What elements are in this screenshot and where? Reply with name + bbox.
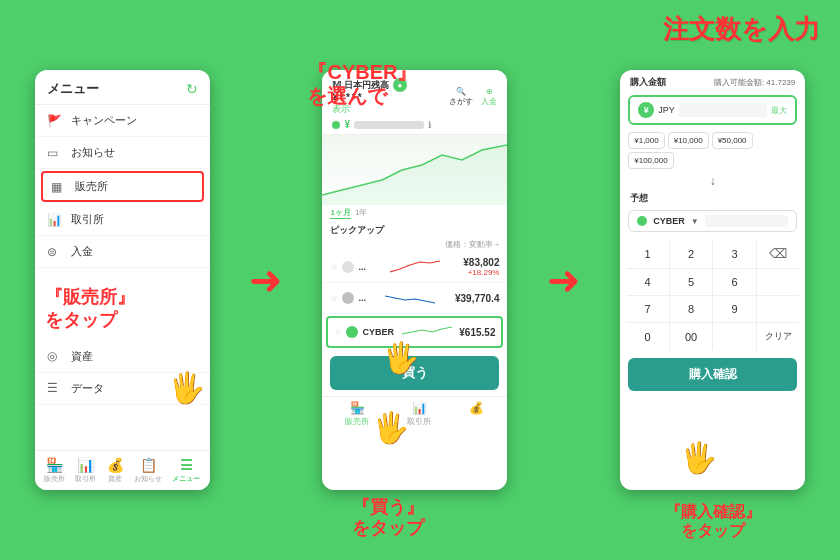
nav-shisan[interactable]: 💰 資産 (107, 457, 124, 484)
yen-symbol: ¥ (344, 119, 350, 130)
s2-nav-shisan[interactable]: 💰 (469, 401, 484, 427)
numpad-00[interactable]: 00 (670, 323, 713, 350)
amount-buttons: ¥1,000 ¥10,000 ¥50,000 ¥100,000 (628, 132, 797, 169)
chart-area (322, 135, 507, 205)
s3-container: 購入金額 購入可能金額: 41.7239 ¥ JPY 最大 ¥1,000 ¥10… (620, 70, 805, 490)
cyber-name: CYBER (362, 327, 394, 337)
menu-item-shisan[interactable]: ◎ 資産 (35, 341, 210, 373)
menu-item-campaign[interactable]: 🚩 キャンペーン (35, 105, 210, 137)
svg-marker-0 (322, 145, 507, 205)
amount-50000[interactable]: ¥50,000 (712, 132, 753, 149)
blurred-balance (354, 121, 424, 129)
cyber-dot (637, 216, 647, 226)
numpad-6[interactable]: 6 (713, 269, 756, 295)
screen1-menu: メニュー ↻ 🚩 キャンペーン ▭ お知らせ ▦ 販売所 📊 取引所 (35, 70, 210, 490)
nav-menu[interactable]: ☰ メニュー (172, 457, 200, 484)
data-label: データ (71, 381, 104, 396)
menu-item-torihiki[interactable]: 📊 取引所 (35, 204, 210, 236)
numpad-1[interactable]: 1 (626, 239, 669, 268)
arrow1: ➜ (249, 260, 283, 300)
crypto-left-1: ☆ ... (330, 261, 366, 273)
search-btn[interactable]: 🔍 さがす (449, 87, 473, 107)
confirm-button[interactable]: 購入確認 (628, 358, 797, 391)
hand-cursor-1: 🖐️ (168, 370, 205, 405)
hand-cursor-confirm: 🖐️ (680, 440, 717, 475)
crypto-name-2: ... (358, 293, 366, 303)
deposit-icon: ⊕ (486, 87, 493, 96)
mini-chart-1 (390, 257, 440, 277)
nav-menu-icon: ☰ (180, 457, 193, 473)
numpad-8[interactable]: 8 (670, 296, 713, 322)
hanbaijo-label: 販売所 (75, 179, 108, 194)
numpad-4[interactable]: 4 (626, 269, 669, 295)
jpy-label: JPY (658, 105, 675, 115)
buy-tap-label: 『買う』をタップ (352, 497, 424, 540)
s2-shisan-icon: 💰 (469, 401, 484, 415)
nav-oshirase[interactable]: 📋 お知らせ (134, 457, 162, 484)
jpy-input-row[interactable]: ¥ JPY 最大 (628, 95, 797, 125)
jpy-icon: ¥ (638, 102, 654, 118)
numpad-empty1 (757, 269, 800, 295)
nav-torihiki[interactable]: 📊 取引所 (75, 457, 96, 484)
deposit-btn[interactable]: ⊕ 入金 (481, 87, 497, 107)
nav-oshirase-icon: 📋 (140, 457, 157, 473)
menu-item-news[interactable]: ▭ お知らせ (35, 137, 210, 169)
deposit-label: 入金 (481, 96, 497, 107)
amount-100000[interactable]: ¥100,000 (628, 152, 673, 169)
numpad-2[interactable]: 2 (670, 239, 713, 268)
nav-torihiki-label: 取引所 (75, 474, 96, 484)
crypto-item-2[interactable]: ☆ ... ¥39,770.4 (322, 283, 507, 314)
star-icon-1: ☆ (330, 262, 338, 272)
nav-shisan-label: 資産 (108, 474, 122, 484)
numpad-3[interactable]: 3 (713, 239, 756, 268)
amount-1000[interactable]: ¥1,000 (628, 132, 664, 149)
numpad-0[interactable]: 0 (626, 323, 669, 350)
s2-torihiki-label: 取引所 (407, 416, 431, 427)
hanbaijo-icon: ▦ (51, 180, 67, 194)
nav-hanbaijo[interactable]: 🏪 販売所 (44, 457, 65, 484)
max-button[interactable]: 最大 (771, 105, 787, 116)
numpad-clear[interactable]: クリア (757, 323, 800, 350)
menu-item-hanbaijo[interactable]: ▦ 販売所 (41, 171, 204, 202)
s2-nav-torihiki[interactable]: 📊 取引所 (407, 401, 431, 427)
bottom-nav: 🏪 販売所 📊 取引所 💰 資産 📋 お知らせ ☰ メニュー (35, 450, 210, 490)
cyber-star-icon: ☆ (334, 327, 342, 337)
crypto-price-1: ¥83,802 (463, 257, 499, 268)
numpad-5[interactable]: 5 (670, 269, 713, 295)
s3-top-header: 購入金額 購入可能金額: 41.7239 (620, 70, 805, 91)
menu-item-nyukin[interactable]: ⊜ 入金 (35, 236, 210, 268)
crypto-price-col-1: ¥83,802 +18.29% (463, 257, 499, 277)
jpy-input-blank (679, 103, 767, 117)
s2-nav-hanbaijo[interactable]: 🏪 販売所 (345, 401, 369, 427)
screen2-marketplace: 𝕄 日本円残高 ● ¥**** 表示 🔍 さがす (322, 70, 507, 490)
nav-hanbaijo-label: 販売所 (44, 474, 65, 484)
coin-amount-blank (705, 215, 789, 227)
crypto-price-2: ¥39,770.4 (455, 293, 500, 304)
crypto-item-1[interactable]: ☆ ... ¥83,802 +18.29% (322, 252, 507, 283)
s2-icons-row: 🔍 さがす ⊕ 入金 (449, 87, 497, 107)
refresh-icon[interactable]: ↻ (186, 81, 198, 97)
coin-select[interactable]: CYBER ▼ (628, 210, 797, 232)
news-icon: ▭ (47, 146, 63, 160)
shisan-label: 資産 (71, 349, 93, 364)
amount-10000[interactable]: ¥10,000 (668, 132, 709, 149)
numpad-backspace[interactable]: ⌫ (757, 239, 800, 268)
torihiki-icon: 📊 (47, 213, 63, 227)
nav-hanbaijo-icon: 🏪 (46, 457, 63, 473)
arrow1-container: ➜ (249, 260, 283, 300)
screen3-wrapper: 購入金額 購入可能金額: 41.7239 ¥ JPY 最大 ¥1,000 ¥10… (620, 70, 805, 490)
info-icon: ℹ (428, 120, 431, 130)
period-1year[interactable]: 1年 (355, 207, 367, 219)
pickup-label: ピックアップ (322, 221, 507, 239)
nyukin-label: 入金 (71, 244, 93, 259)
period-1month[interactable]: 1ヶ月 (330, 207, 350, 219)
s2-torihiki-icon: 📊 (412, 401, 427, 415)
available-amount-label: 購入可能金額: 41.7239 (714, 77, 795, 88)
numpad-7[interactable]: 7 (626, 296, 669, 322)
arrow2-container: ➜ (547, 260, 581, 300)
s2-bottom-nav: 🏪 販売所 📊 取引所 💰 (322, 396, 507, 431)
hand-cursor-buy: 🖐️ (372, 410, 409, 445)
numpad-9[interactable]: 9 (713, 296, 756, 322)
coin-logo-2 (342, 292, 354, 304)
cyber-left: ☆ CYBER (334, 326, 394, 338)
